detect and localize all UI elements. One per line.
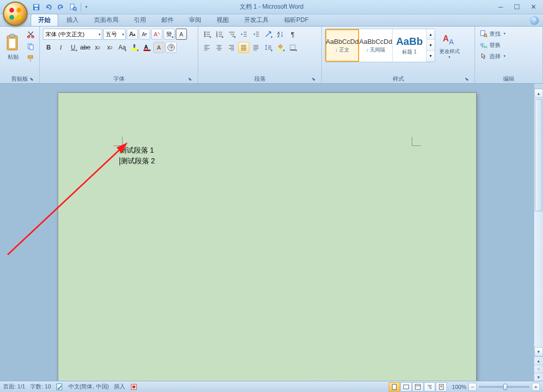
status-proofing-icon[interactable] (56, 383, 63, 390)
sort-button[interactable]: AZ (275, 29, 286, 40)
line-spacing-button[interactable] (263, 42, 274, 53)
font-size-combo[interactable]: 五号▾ (103, 29, 126, 40)
italic-button[interactable]: I (55, 42, 66, 53)
replace-button[interactable]: abac替换 (478, 40, 508, 50)
zoom-slider[interactable] (479, 386, 530, 388)
font-launcher-icon[interactable]: ⬊ (186, 76, 194, 83)
find-button[interactable]: 查找▾ (478, 29, 508, 39)
text-line[interactable]: 测试段落 1 (120, 145, 155, 156)
format-painter-icon[interactable] (25, 53, 36, 64)
align-distribute-button[interactable] (250, 42, 262, 53)
style-expand-icon[interactable]: ▾ (427, 51, 435, 62)
browse-object-icon[interactable]: ○ (534, 364, 543, 373)
highlight-button[interactable] (129, 42, 140, 53)
help-icon[interactable]: ? (530, 16, 539, 25)
office-button[interactable] (3, 2, 28, 26)
shrink-font-icon[interactable]: A▾ (139, 29, 150, 40)
superscript-button[interactable]: x2 (104, 42, 115, 53)
close-button[interactable]: ✕ (527, 2, 540, 11)
bold-button[interactable]: B (43, 42, 54, 53)
status-words[interactable]: 字数: 10 (30, 383, 51, 390)
copy-icon[interactable] (25, 41, 36, 52)
borders-button[interactable] (287, 42, 298, 53)
phonetic-guide-icon[interactable]: 變 (163, 29, 175, 40)
document-page[interactable]: 测试段落 1 测试段落 2 (58, 93, 476, 381)
split-handle[interactable] (534, 84, 543, 89)
tab-mailings[interactable]: 邮件 (154, 14, 181, 26)
numbering-button[interactable]: 123 (214, 29, 225, 40)
align-justify-button[interactable] (238, 42, 249, 53)
view-print-layout-icon[interactable] (389, 382, 400, 391)
decrease-indent-button[interactable] (238, 29, 249, 40)
tab-home[interactable]: 开始 (31, 14, 58, 26)
select-button[interactable]: 选择▾ (478, 51, 508, 61)
style-scroll-up-icon[interactable]: ▴ (427, 29, 435, 40)
undo-icon[interactable] (43, 2, 54, 13)
tab-view[interactable]: 视图 (209, 14, 236, 26)
status-mode[interactable]: 插入 (114, 383, 125, 390)
view-full-screen-icon[interactable] (400, 382, 412, 391)
underline-button[interactable]: U (67, 42, 79, 53)
tab-review[interactable]: 审阅 (182, 14, 208, 26)
zoom-in-button[interactable]: + (532, 383, 540, 391)
redo-icon[interactable] (55, 2, 66, 13)
zoom-thumb[interactable] (503, 384, 507, 390)
bullets-button[interactable] (201, 29, 213, 40)
style-scroll-down-icon[interactable]: ▾ (427, 40, 435, 51)
show-marks-button[interactable]: ¶ (287, 29, 298, 40)
tab-foxit[interactable]: 福昕PDF (277, 14, 316, 26)
scroll-thumb[interactable] (535, 99, 542, 211)
tab-layout[interactable]: 页面布局 (87, 14, 126, 26)
char-border-icon[interactable]: A (176, 29, 187, 40)
maximize-button[interactable]: ☐ (510, 2, 524, 11)
browse-prev-icon[interactable]: ▴ (534, 356, 543, 364)
tab-insert[interactable]: 插入 (59, 14, 86, 26)
style-heading1[interactable]: AaBb 标题 1 (393, 29, 427, 62)
zoom-out-button[interactable]: − (468, 383, 477, 391)
document-viewport[interactable]: 测试段落 1 测试段落 2 (0, 84, 534, 381)
qat-customize-icon[interactable]: ▾ (83, 2, 89, 13)
scroll-up-icon[interactable]: ▴ (534, 89, 543, 98)
asian-layout-button[interactable] (263, 29, 274, 40)
status-macro-icon[interactable] (130, 383, 137, 390)
font-name-combo[interactable]: 宋体 (中文正文)▾ (43, 29, 102, 40)
save-icon[interactable] (31, 2, 42, 13)
scroll-track[interactable] (534, 98, 543, 347)
increase-indent-button[interactable] (250, 29, 262, 40)
clear-format-icon[interactable]: A (151, 29, 162, 40)
change-styles-button[interactable]: AA 更改样式 ▾ (437, 29, 462, 62)
strikethrough-button[interactable]: abe (80, 42, 91, 53)
status-language[interactable]: 中文(简体, 中国) (68, 383, 109, 390)
text-line[interactable]: 测试段落 2 (120, 156, 155, 166)
vertical-scrollbar[interactable]: ▴ ▾ ▴ ○ ▾ (534, 84, 543, 381)
align-left-button[interactable] (201, 42, 213, 53)
cut-icon[interactable] (25, 29, 36, 40)
minimize-button[interactable]: ─ (494, 2, 507, 11)
grow-font-icon[interactable]: A▴ (127, 29, 138, 40)
multilevel-list-button[interactable] (226, 29, 237, 40)
scroll-down-icon[interactable]: ▾ (534, 347, 543, 356)
view-outline-icon[interactable] (424, 382, 435, 391)
styles-launcher-icon[interactable]: ⬊ (463, 76, 470, 83)
print-preview-icon[interactable] (67, 2, 79, 13)
font-color-button[interactable]: A (141, 42, 152, 53)
shading-button[interactable] (275, 42, 286, 53)
char-shading-icon[interactable]: A (153, 42, 164, 53)
paragraph-launcher-icon[interactable]: ⬊ (310, 76, 317, 83)
document-body[interactable]: 测试段落 1 测试段落 2 (120, 145, 155, 166)
status-page[interactable]: 页面: 1/1 (3, 383, 25, 390)
style-no-spacing[interactable]: AaBbCcDd ↓ 无间隔 (359, 29, 393, 62)
browse-next-icon[interactable]: ▾ (534, 373, 543, 381)
style-normal[interactable]: AaBbCcDd ↓ 正文 (325, 29, 359, 62)
align-right-button[interactable] (226, 42, 237, 53)
subscript-button[interactable]: x2 (92, 42, 103, 53)
align-center-button[interactable] (214, 42, 225, 53)
tab-developer[interactable]: 开发工具 (237, 14, 276, 26)
change-case-button[interactable]: Aa (116, 42, 128, 53)
enclose-char-icon[interactable]: 字 (166, 42, 177, 53)
clipboard-launcher-icon[interactable]: ⬊ (28, 76, 35, 83)
view-draft-icon[interactable] (436, 382, 447, 391)
tab-references[interactable]: 引用 (127, 14, 153, 26)
paste-button[interactable]: 粘贴 (3, 29, 23, 65)
view-web-layout-icon[interactable] (412, 382, 423, 391)
